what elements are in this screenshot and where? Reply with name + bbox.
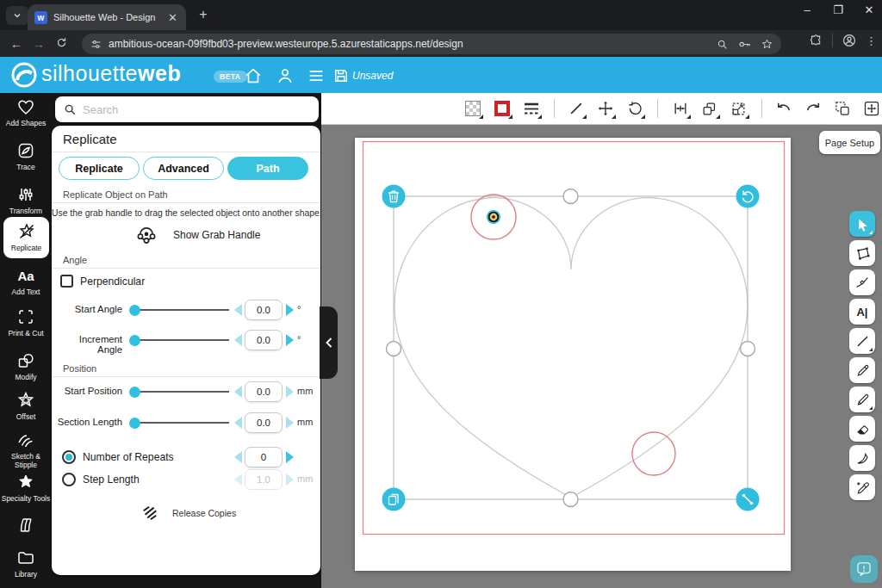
decrement-arrow[interactable] bbox=[234, 386, 242, 398]
sidebar-item-pages[interactable] bbox=[0, 515, 52, 538]
search-input[interactable] bbox=[83, 103, 310, 116]
path-target-circle[interactable] bbox=[632, 432, 675, 475]
sidebar-item-sketch-stipple[interactable]: Sketch & Stipple bbox=[0, 430, 52, 469]
feedback-button[interactable] bbox=[850, 555, 878, 583]
duplicate-button[interactable] bbox=[699, 97, 720, 120]
sidebar-item-library[interactable]: Library bbox=[0, 548, 52, 579]
node-edit-tool[interactable] bbox=[849, 269, 875, 295]
decrement-arrow[interactable] bbox=[234, 334, 242, 346]
sidebar-item-transform[interactable]: Transform bbox=[0, 184, 52, 216]
back-button[interactable]: ← bbox=[5, 37, 28, 51]
resize-handle[interactable] bbox=[736, 488, 760, 511]
line-style-button[interactable] bbox=[521, 97, 542, 120]
menu-icon[interactable] bbox=[307, 66, 326, 85]
step-length-value[interactable]: 1.0 bbox=[245, 469, 283, 490]
eraser-tool[interactable] bbox=[849, 416, 875, 442]
sidebar-item-print-cut[interactable]: Print & Cut bbox=[0, 306, 52, 338]
save-icon[interactable] bbox=[332, 67, 350, 84]
sidebar-item-offset[interactable]: Offset bbox=[0, 390, 52, 422]
window-minimize-button[interactable]: – bbox=[801, 3, 813, 16]
repeats-value[interactable]: 0 bbox=[245, 447, 283, 467]
page-setup-button[interactable]: Page Setup bbox=[819, 131, 880, 154]
start-position-slider[interactable] bbox=[131, 391, 229, 393]
text-tool[interactable]: A| bbox=[849, 299, 875, 325]
line-color-button[interactable] bbox=[492, 97, 512, 120]
sidebar-item-modify[interactable]: Modify bbox=[0, 350, 52, 382]
show-grab-handle-button[interactable]: Show Grab Handle bbox=[135, 224, 260, 246]
slider-knob[interactable] bbox=[129, 418, 140, 429]
selection-box[interactable] bbox=[394, 196, 748, 499]
draw-tool[interactable] bbox=[849, 387, 875, 412]
eyedropper-tool[interactable] bbox=[849, 474, 875, 500]
handle-right-middle[interactable] bbox=[741, 342, 755, 356]
tab-search-chevron-icon[interactable] bbox=[6, 6, 28, 25]
sidebar-item-trace[interactable]: Trace bbox=[0, 140, 52, 172]
section-length-value[interactable]: 0.0 bbox=[245, 412, 283, 433]
start-angle-slider[interactable] bbox=[131, 309, 229, 311]
slider-knob[interactable] bbox=[129, 335, 140, 346]
handle-left-middle[interactable] bbox=[387, 342, 401, 356]
line-tool[interactable] bbox=[849, 328, 875, 354]
move-button[interactable] bbox=[595, 97, 616, 120]
slider-knob[interactable] bbox=[129, 305, 140, 316]
panel-collapse-handle[interactable] bbox=[320, 306, 338, 379]
grab-handle-marker[interactable] bbox=[487, 210, 500, 224]
bookmark-star-icon[interactable] bbox=[761, 39, 773, 50]
account-icon[interactable] bbox=[276, 66, 295, 85]
profile-avatar-icon[interactable] bbox=[842, 34, 856, 47]
extensions-icon[interactable] bbox=[810, 34, 823, 47]
knife-tool[interactable] bbox=[849, 445, 875, 471]
window-restore-button[interactable]: ❐ bbox=[832, 3, 844, 16]
heart-shape[interactable] bbox=[394, 198, 748, 498]
increment-arrow[interactable] bbox=[286, 417, 294, 429]
decrement-arrow[interactable] bbox=[234, 473, 242, 486]
rotate-button[interactable] bbox=[624, 97, 645, 120]
redo-button[interactable] bbox=[803, 97, 823, 120]
step-length-radio[interactable] bbox=[62, 473, 76, 486]
pan-view-button[interactable] bbox=[861, 97, 882, 120]
increment-arrow[interactable] bbox=[286, 334, 294, 346]
sidebar-item-add-text[interactable]: Aa Add Text bbox=[0, 265, 52, 297]
decrement-arrow[interactable] bbox=[234, 417, 242, 429]
increment-angle-slider[interactable] bbox=[131, 339, 229, 341]
start-angle-value[interactable]: 0.0 bbox=[245, 300, 283, 320]
pencil-tool[interactable] bbox=[849, 357, 875, 383]
undo-button[interactable] bbox=[774, 97, 795, 120]
reload-button[interactable] bbox=[50, 37, 72, 51]
number-of-repeats-radio[interactable] bbox=[62, 450, 76, 464]
tab-replicate[interactable]: Replicate bbox=[59, 157, 140, 180]
start-position-value[interactable]: 0.0 bbox=[245, 381, 283, 402]
tab-path[interactable]: Path bbox=[227, 157, 308, 180]
increment-arrow[interactable] bbox=[286, 304, 294, 316]
edit-points-tool[interactable] bbox=[849, 240, 875, 266]
duplicate-handle[interactable] bbox=[382, 488, 406, 511]
tab-advanced[interactable]: Advanced bbox=[143, 157, 224, 180]
increment-arrow[interactable] bbox=[286, 451, 294, 463]
password-key-icon[interactable] bbox=[738, 39, 751, 50]
delete-handle[interactable] bbox=[382, 185, 406, 208]
new-tab-button[interactable]: + bbox=[195, 7, 212, 22]
sidebar-item-replicate[interactable]: Replicate bbox=[3, 217, 49, 258]
page[interactable] bbox=[355, 138, 791, 571]
tab-close-icon[interactable]: ✕ bbox=[166, 11, 179, 24]
window-close-button[interactable]: ✕ bbox=[863, 3, 875, 16]
browser-menu-icon[interactable]: ⋮ bbox=[866, 34, 877, 47]
decrement-arrow[interactable] bbox=[234, 451, 242, 463]
transform-scale-button[interactable] bbox=[729, 97, 749, 120]
paste-in-front-button[interactable] bbox=[832, 97, 853, 120]
sidebar-item-add-shapes[interactable]: Add Shapes bbox=[0, 96, 52, 128]
increment-arrow[interactable] bbox=[286, 386, 294, 398]
fill-color-button[interactable] bbox=[463, 97, 483, 120]
forward-button[interactable]: → bbox=[28, 37, 50, 51]
select-tool[interactable] bbox=[849, 211, 875, 237]
url-bar[interactable]: ambitious-ocean-09f9fbd03-preview.westeu… bbox=[82, 34, 781, 54]
site-settings-icon[interactable] bbox=[90, 39, 102, 50]
release-copies-button[interactable]: Release Copies bbox=[141, 504, 236, 522]
align-distribute-button[interactable] bbox=[670, 97, 691, 120]
design-canvas[interactable]: Page Setup A| bbox=[321, 125, 882, 588]
decrement-arrow[interactable] bbox=[234, 304, 242, 316]
home-icon[interactable] bbox=[244, 66, 263, 85]
increment-arrow[interactable] bbox=[286, 473, 294, 486]
handle-bottom-middle[interactable] bbox=[563, 492, 578, 507]
slider-knob[interactable] bbox=[129, 387, 140, 398]
